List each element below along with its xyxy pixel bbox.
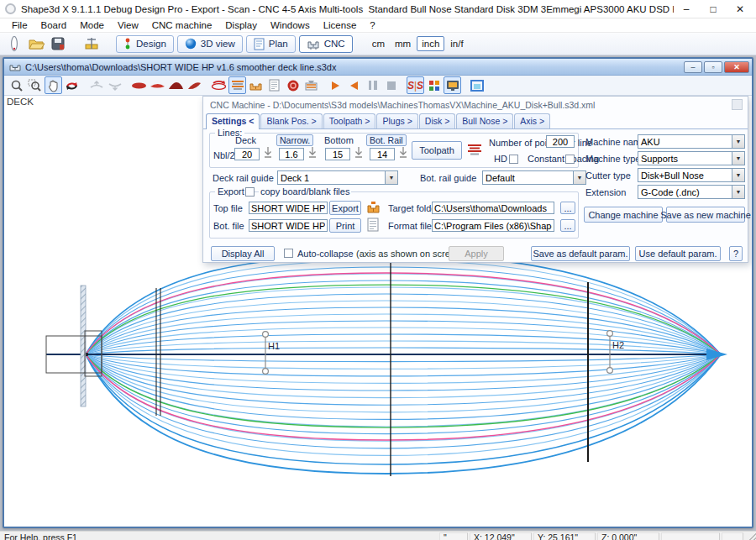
doc-restore-button[interactable]: ▫ [704,61,722,73]
plan-view-button[interactable]: Plan [246,35,296,53]
botrail-drop-icon[interactable] [398,146,409,160]
toolpath-lines-icon[interactable] [228,76,246,94]
narrow-drop-icon[interactable] [307,146,318,160]
tab-plugs[interactable]: Plugs > [376,113,417,128]
print-button[interactable]: Print [329,218,361,233]
target-browse-button[interactable]: ... [560,202,575,214]
menu-display[interactable]: Display [218,19,264,31]
cnc-mode-button[interactable]: CNC [299,35,353,53]
menu-cnc-machine[interactable]: CNC machine [145,19,219,31]
save-new-machine-button[interactable]: Save as new machine [666,207,745,223]
flip-bottom-icon[interactable] [106,76,123,94]
extension-select[interactable]: G-Code (.dnc)▼ [638,185,745,199]
bottom-drop-icon[interactable] [354,146,365,160]
dialog-help-button[interactable]: ? [729,246,743,261]
save-board-icon[interactable] [49,35,67,52]
format-browse-button[interactable]: ... [560,219,575,232]
sections-icon[interactable]: S|S [407,76,424,94]
thickness-view-icon[interactable] [167,76,185,94]
new-board-icon[interactable] [5,35,24,52]
botrail-col-label[interactable]: Bot. Rail [366,134,407,146]
auto-collapse-checkbox[interactable] [284,249,293,258]
machine-icon[interactable] [247,76,265,94]
blank-position-icon[interactable] [82,35,101,52]
tab-settings[interactable]: Settings < [206,113,260,129]
window-layout-icon[interactable] [468,76,486,94]
screen-view-icon[interactable] [444,76,461,94]
tab-blank-pos[interactable]: Blank Pos. > [260,113,322,128]
tab-disk[interactable]: Disk > [419,113,455,128]
rotate-view-icon[interactable] [63,76,81,94]
tab-toolpath[interactable]: Toolpath > [323,113,376,128]
machine-name-select[interactable]: AKU▼ [638,134,745,149]
machine-type-select[interactable]: Supports▼ [638,151,745,165]
3d-view-button[interactable]: 3D view [177,35,243,53]
display-all-button[interactable]: Display All [211,246,275,261]
apply-button[interactable]: Apply [449,246,504,261]
pause-icon[interactable] [364,76,381,94]
menu-view[interactable]: View [111,19,145,31]
bot-rail-guide-select[interactable]: Default▼ [482,170,586,185]
unit-cm[interactable]: cm [368,37,389,50]
deck-drop-icon[interactable] [263,146,274,160]
reverse-icon[interactable] [345,76,363,94]
open-file-icon[interactable] [27,35,45,52]
tab-bull-nose[interactable]: Bull Nose > [456,113,513,128]
constant-spacing-checkbox[interactable] [565,155,575,164]
maximize-button[interactable]: □ [701,2,726,17]
unit-inch[interactable]: inch [417,36,444,51]
emergency-stop-icon[interactable] [284,76,302,94]
close-button[interactable]: ✕ [727,2,753,17]
hd-checkbox[interactable] [509,155,518,164]
resize-grip[interactable] [745,532,756,540]
menu-board[interactable]: Board [34,19,74,31]
flip-deck-icon[interactable] [87,76,105,94]
format-file-input[interactable] [432,219,554,232]
profile-view-icon[interactable] [149,76,166,94]
menu-license[interactable]: License [317,19,364,31]
botrail-lines-input[interactable] [370,148,395,160]
use-default-param-button[interactable]: Use default param. [635,246,721,261]
rail-view-icon[interactable] [186,76,203,94]
menu-mode[interactable]: Mode [73,19,111,31]
tab-axis[interactable]: Axis > [514,113,550,128]
unit-inf[interactable]: in/f [446,37,467,50]
deck-lines-input[interactable] [234,148,260,160]
doc-close-button[interactable]: ✕ [724,61,749,73]
zoom-window-icon[interactable] [26,76,44,94]
doc-minimize-button[interactable]: – [684,61,702,73]
stop-icon[interactable] [382,76,400,94]
menu-file[interactable]: File [5,19,34,31]
narrow-lines-input[interactable] [279,148,304,160]
top-file-input[interactable] [249,202,328,214]
narrow-col-label[interactable]: Narrow. [276,134,313,146]
play-icon[interactable] [327,76,344,94]
outline-view-icon[interactable] [130,76,148,94]
export-button[interactable]: Export [329,201,361,215]
toolpath-button[interactable]: Toolpath [412,141,462,160]
dialog-collapse-button[interactable] [732,99,743,110]
bottom-col-label: Bottom [324,135,354,145]
points-per-line-input[interactable] [546,135,575,148]
simulate-cut-icon[interactable] [302,76,320,94]
zoom-in-icon[interactable] [8,76,25,94]
change-machine-button[interactable]: Change machine [584,207,663,223]
copy-files-checkbox[interactable] [245,187,255,197]
gcode-file-icon[interactable] [265,76,283,94]
h2-label: H2 [612,340,624,350]
pan-icon[interactable] [45,76,62,94]
bot-file-input[interactable] [249,219,328,232]
spin-board-icon[interactable] [210,76,228,94]
minimize-button[interactable]: – [674,2,699,17]
unit-mm[interactable]: mm [391,37,415,50]
design-mode-button[interactable]: Design [116,35,174,53]
board-canvas[interactable]: DECK [4,96,752,527]
deck-rail-guide-select[interactable]: Deck 1▼ [277,170,398,185]
menu-windows[interactable]: Windows [264,19,317,31]
save-default-param-button[interactable]: Save as default param. [531,246,630,261]
colors-icon[interactable] [425,76,443,94]
cutter-type-select[interactable]: Disk+Bull Nose▼ [638,168,745,182]
target-folder-input[interactable] [432,202,554,214]
menu-help[interactable]: ? [363,19,381,31]
bottom-lines-input[interactable] [325,148,350,160]
